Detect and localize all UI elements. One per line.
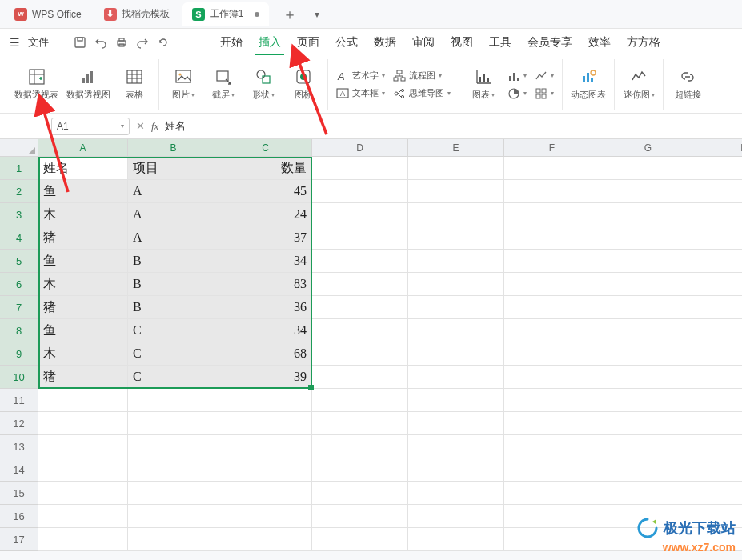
cell[interactable] [696, 412, 742, 435]
picture-button[interactable]: 图片▾ [167, 68, 199, 101]
row-header[interactable]: 15 [0, 482, 38, 505]
cell[interactable]: A [128, 180, 219, 203]
cell[interactable]: 木 [38, 273, 128, 296]
cell[interactable] [600, 389, 696, 412]
cell[interactable] [600, 157, 696, 180]
cell[interactable] [408, 157, 504, 180]
cell[interactable]: 68 [219, 342, 312, 366]
shape-button[interactable]: 形状▾ [247, 68, 279, 101]
cell[interactable] [312, 273, 408, 296]
cell[interactable] [312, 203, 408, 226]
cell[interactable] [504, 342, 600, 366]
cell[interactable]: 姓名 [38, 157, 128, 180]
tab-data[interactable]: 数据 [369, 32, 401, 53]
cell[interactable] [128, 389, 219, 412]
dynamic-chart-button[interactable]: 动态图表 [571, 68, 606, 101]
chart-button[interactable]: 图表▾ [467, 68, 499, 101]
file-menu[interactable]: 文件 [28, 35, 49, 50]
cell[interactable] [504, 412, 600, 435]
row-header[interactable]: 16 [0, 505, 38, 528]
cell[interactable] [128, 458, 219, 482]
cell[interactable] [408, 366, 504, 389]
cell[interactable]: 木 [38, 203, 128, 226]
row-header[interactable]: 1 [0, 157, 38, 180]
row-header[interactable]: 6 [0, 273, 38, 296]
row-header[interactable]: 13 [0, 435, 38, 458]
fx-value[interactable]: 姓名 [165, 119, 186, 134]
cell[interactable] [38, 505, 128, 528]
cell[interactable]: 木 [38, 342, 128, 366]
cell[interactable]: B [128, 273, 219, 296]
cell[interactable] [408, 505, 504, 528]
cell[interactable] [600, 482, 696, 505]
cell[interactable] [600, 226, 696, 250]
table-button[interactable]: 表格 [118, 68, 150, 101]
cell[interactable]: B [128, 296, 219, 319]
cell[interactable] [696, 458, 742, 482]
cell[interactable] [128, 435, 219, 458]
chart-pie-button[interactable]: ▾ [507, 87, 527, 100]
row-header[interactable]: 12 [0, 412, 38, 435]
add-tab-button[interactable]: ＋ [280, 5, 299, 24]
cell[interactable] [408, 203, 504, 226]
cell[interactable] [696, 366, 742, 389]
cell[interactable] [408, 412, 504, 435]
fx-icon[interactable]: fx [151, 120, 158, 133]
cell[interactable] [408, 389, 504, 412]
cell[interactable] [504, 296, 600, 319]
cell[interactable] [38, 482, 128, 505]
cell[interactable] [504, 180, 600, 203]
cell[interactable] [312, 505, 408, 528]
cell[interactable]: B [128, 250, 219, 273]
cell[interactable] [408, 458, 504, 482]
cell[interactable] [600, 180, 696, 203]
cell[interactable] [312, 342, 408, 366]
pivot-chart-button[interactable]: 数据透视图 [66, 68, 110, 101]
save-icon[interactable] [73, 35, 87, 50]
cancel-fx-icon[interactable]: ✕ [136, 120, 145, 132]
row-header[interactable]: 3 [0, 203, 38, 226]
cell[interactable]: 鱼 [38, 180, 128, 203]
cell[interactable] [219, 458, 312, 482]
row-header[interactable]: 9 [0, 342, 38, 366]
cell[interactable] [219, 389, 312, 412]
tab-insert[interactable]: 插入 [254, 32, 286, 53]
cell[interactable]: 项目 [128, 157, 219, 180]
cell[interactable] [504, 250, 600, 273]
cell[interactable] [312, 366, 408, 389]
cell[interactable] [600, 342, 696, 366]
cell[interactable] [312, 319, 408, 342]
print-icon[interactable] [114, 35, 129, 50]
cell[interactable] [696, 203, 742, 226]
cell[interactable] [600, 273, 696, 296]
cell[interactable]: 数量 [219, 157, 312, 180]
cell[interactable] [696, 226, 742, 250]
cell[interactable] [408, 528, 504, 551]
wordart-button[interactable]: A艺术字▾ [336, 70, 385, 82]
tab-review[interactable]: 审阅 [407, 32, 439, 53]
cell[interactable]: 24 [219, 203, 312, 226]
cell[interactable] [408, 435, 504, 458]
app-tab-workbook[interactable]: S工作簿1 [182, 2, 270, 26]
cell[interactable] [312, 296, 408, 319]
cell[interactable] [504, 482, 600, 505]
cell[interactable] [504, 273, 600, 296]
tab-efficiency[interactable]: 效率 [584, 32, 616, 53]
name-box[interactable]: A1▾ [51, 118, 130, 135]
cell[interactable] [600, 435, 696, 458]
cell[interactable]: 34 [219, 319, 312, 342]
cell[interactable] [219, 435, 312, 458]
cell[interactable] [408, 180, 504, 203]
chart-bar-button[interactable]: ▾ [507, 70, 527, 82]
cell[interactable] [504, 319, 600, 342]
col-header[interactable]: E [408, 139, 504, 157]
cell[interactable] [600, 250, 696, 273]
row-header[interactable]: 2 [0, 180, 38, 203]
row-header[interactable]: 10 [0, 366, 38, 389]
cell[interactable] [408, 319, 504, 342]
row-header[interactable]: 8 [0, 319, 38, 342]
cell[interactable] [696, 250, 742, 273]
cell[interactable] [696, 296, 742, 319]
cell[interactable] [504, 505, 600, 528]
hamburger-icon[interactable]: ☰ [10, 36, 20, 49]
